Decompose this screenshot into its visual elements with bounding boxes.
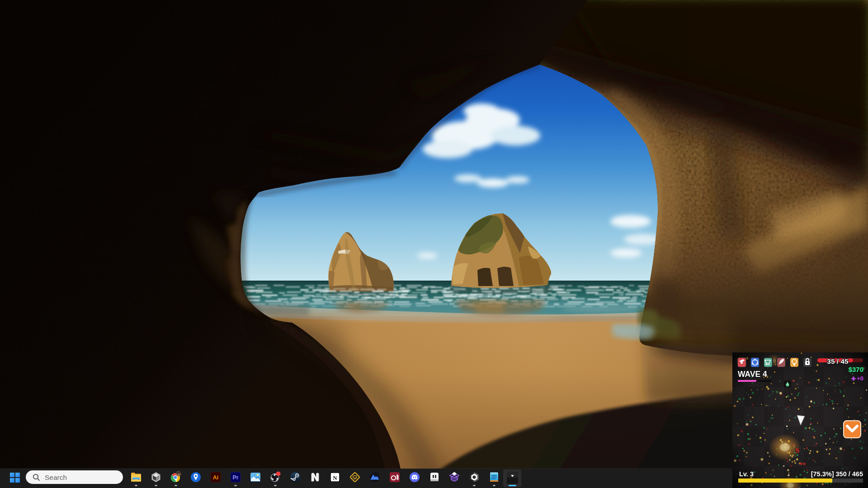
svg-text:35 / 45: 35 / 45 xyxy=(827,357,849,365)
svg-text:Pr: Pr xyxy=(232,474,238,481)
svg-text:Ai: Ai xyxy=(213,474,219,481)
svg-text:[75.3%] 350 / 465: [75.3%] 350 / 465 xyxy=(811,470,863,478)
svg-text:N: N xyxy=(333,474,337,481)
svg-text:5: 5 xyxy=(796,446,799,454)
svg-text:$370: $370 xyxy=(849,366,863,373)
svg-text:+0: +0 xyxy=(857,375,863,382)
svg-text:Lv. 3: Lv. 3 xyxy=(739,470,754,478)
svg-text:WAVE 4: WAVE 4 xyxy=(738,370,767,379)
svg-text:Search: Search xyxy=(45,474,67,481)
